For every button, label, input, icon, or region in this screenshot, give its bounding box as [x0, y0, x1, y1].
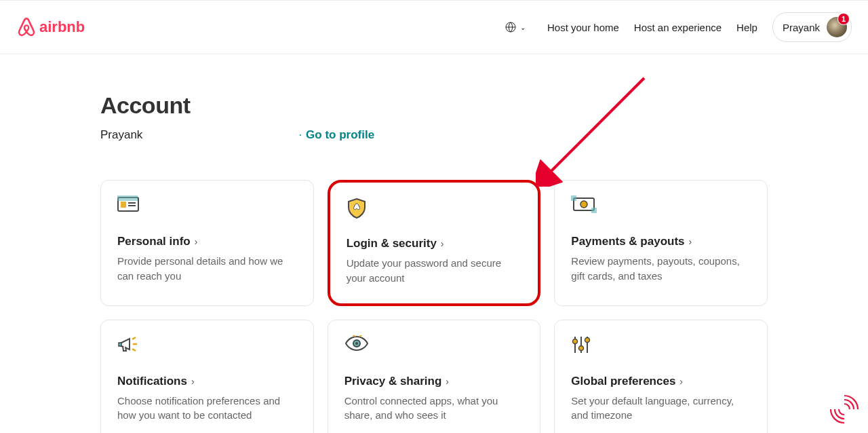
svg-line-11: [132, 337, 136, 339]
avatar: 1: [827, 17, 847, 37]
host-home-link[interactable]: Host your home: [547, 22, 619, 33]
sliders-icon: [571, 335, 751, 358]
main: Account Prayank · Go to profile Personal…: [95, 54, 773, 433]
card-description: Review payments, payouts, coupons, gift …: [571, 254, 751, 284]
card-login-security[interactable]: Login & security › Update your password …: [328, 180, 541, 306]
svg-point-22: [579, 345, 584, 350]
card-global-preferences[interactable]: Global preferences › Set your default la…: [554, 320, 768, 434]
airbnb-logo[interactable]: airbnb: [16, 16, 85, 38]
eye-icon: [344, 335, 524, 358]
card-title: Payments & payouts: [571, 235, 684, 248]
card-notifications[interactable]: Notifications › Choose notification pref…: [100, 320, 314, 434]
svg-rect-8: [571, 195, 576, 201]
card-description: Provide personal details and how we can …: [117, 254, 297, 284]
help-link[interactable]: Help: [736, 22, 757, 33]
svg-line-17: [359, 335, 362, 337]
chevron-right-icon: ›: [446, 376, 449, 387]
card-title: Personal info: [117, 235, 191, 248]
card-privacy-sharing[interactable]: Privacy & sharing › Control connected ap…: [328, 320, 541, 434]
globe-icon: [505, 22, 516, 33]
airbnb-logo-icon: [16, 16, 37, 38]
brand-name: airbnb: [39, 18, 85, 36]
chevron-right-icon: ›: [441, 238, 444, 249]
svg-line-16: [353, 335, 355, 337]
card-description: Control connected apps, what you share, …: [344, 394, 524, 423]
dot-separator: ·: [298, 128, 302, 142]
svg-rect-9: [591, 208, 597, 213]
card-title: Login & security: [347, 237, 437, 250]
svg-point-21: [573, 339, 578, 343]
svg-rect-10: [119, 343, 121, 346]
card-personal-info[interactable]: Personal info › Provide personal details…: [100, 180, 314, 306]
svg-point-15: [355, 342, 358, 345]
card-payments-payouts[interactable]: Payments & payouts › Review payments, pa…: [554, 180, 768, 306]
svg-rect-3: [121, 202, 126, 208]
page-title: Account: [100, 92, 768, 119]
svg-point-7: [580, 201, 587, 208]
settings-grid: Personal info › Provide personal details…: [100, 180, 768, 433]
chevron-down-icon: ⌄: [520, 24, 526, 31]
language-picker[interactable]: ⌄: [498, 15, 532, 39]
header: airbnb ⌄ Host your home Host an experien…: [0, 0, 868, 54]
notification-badge: 1: [837, 13, 850, 25]
svg-line-13: [132, 349, 136, 351]
cash-icon: [571, 195, 751, 219]
card-description: Choose notification preferences and how …: [117, 394, 297, 423]
host-experience-link[interactable]: Host an experience: [634, 22, 722, 33]
svg-rect-2: [117, 195, 138, 201]
account-subrow: Prayank · Go to profile: [100, 128, 768, 142]
card-title: Notifications: [117, 375, 187, 388]
chevron-right-icon: ›: [195, 236, 198, 247]
chevron-right-icon: ›: [689, 236, 692, 247]
header-right: ⌄ Host your home Host an experience Help…: [498, 12, 852, 42]
megaphone-icon: [117, 335, 297, 358]
chevron-right-icon: ›: [679, 376, 683, 387]
user-name: Prayank: [783, 22, 820, 33]
chevron-right-icon: ›: [191, 376, 195, 387]
card-description: Update your password and secure your acc…: [347, 256, 522, 286]
user-menu[interactable]: Prayank 1: [772, 12, 852, 42]
card-title: Global preferences: [571, 375, 675, 388]
shield-icon: [347, 197, 522, 221]
card-description: Set your default language, currency, and…: [571, 394, 751, 423]
watermark-icon: [827, 392, 861, 426]
svg-point-23: [585, 337, 590, 342]
card-title: Privacy & sharing: [344, 375, 442, 388]
id-card-icon: [117, 195, 297, 219]
account-user-name: Prayank: [100, 128, 142, 142]
go-to-profile-link[interactable]: Go to profile: [306, 128, 374, 142]
